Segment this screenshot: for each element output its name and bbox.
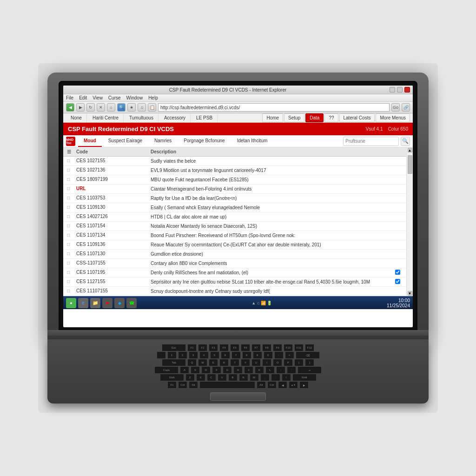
key-caps[interactable]: Caps [154,366,178,374]
key-tab[interactable]: Tab [162,359,186,366]
key-1[interactable]: 1 [167,351,177,359]
key-j[interactable]: J [244,366,253,374]
address-bar[interactable] [158,103,390,112]
key-f1[interactable]: F1 [187,344,197,351]
nav-hariti[interactable]: Hariti Centre [88,113,124,122]
key-k[interactable]: K [255,366,264,374]
nav-more[interactable]: More Menus [376,113,410,122]
nav-unknown[interactable]: ?? [324,113,338,122]
menu-curse[interactable]: Curse [108,95,121,100]
nav-setup[interactable]: Setup [284,113,304,122]
key-period[interactable]: . [271,374,280,381]
key-fn[interactable]: Fn [167,381,177,389]
table-row[interactable]: □CES 1107134Boond Fuut Pirscheer: Receiv… [63,231,406,240]
key-l[interactable]: L [265,366,275,374]
key-5[interactable]: 5 [210,351,219,359]
key-9[interactable]: 9 [253,351,262,359]
tab-namries[interactable]: Namries [149,135,177,147]
back-button[interactable]: ◀ [66,103,74,112]
table-row[interactable]: □CES 1109130Esally ( Semand whck Estary … [63,203,406,212]
key-4[interactable]: 4 [199,351,209,359]
tab-porgnage[interactable]: Porgnage Bcfonune [178,135,230,147]
key-comma[interactable]: , [260,374,270,381]
search-button[interactable]: 🔍 [401,137,410,146]
key-ctrl-right[interactable]: Ctrl [267,381,277,389]
key-f10[interactable]: F10 [284,344,293,351]
taskbar-app2[interactable]: ◆ [114,298,125,308]
table-row[interactable]: □CES 1107154Notalia Alcoer Mantardy lio … [63,222,406,231]
key-y[interactable]: Y [241,359,250,366]
row-check[interactable] [395,279,403,285]
nav-data[interactable]: Data [305,113,324,122]
key-0[interactable]: 0 [264,351,273,359]
key-q[interactable]: Q [187,359,197,366]
key-shift-left[interactable]: Shift [160,374,184,381]
table-row[interactable]: □URLCiantar Mneragerand ben-Foloring 4.i… [63,185,406,194]
key-equal[interactable]: = [285,351,294,359]
go-button[interactable]: Go [391,103,400,112]
key-8[interactable]: 8 [242,351,251,359]
table-row[interactable]: □CES 1107195Denly cnilly RillSchees fine… [63,268,406,278]
search-toolbar-btn[interactable]: 🔍 [117,103,126,112]
key-space[interactable] [199,381,255,389]
table-row[interactable]: □CES 11107155Scnuy duclopount-tnontre an… [63,287,406,296]
table-row[interactable]: □CES 1107130Gumdlion etice dnssione) [63,250,406,259]
nav-lateral[interactable]: Lateral Costs [339,113,375,122]
favorites-btn[interactable]: ★ [127,103,136,112]
scroll-thumb[interactable] [408,155,412,174]
table-row[interactable]: □CES 1027136EVL9 Miotlion ust a torynmat… [63,166,406,175]
key-3[interactable]: 3 [189,351,198,359]
key-2[interactable]: 2 [178,351,187,359]
nav-home[interactable]: Home [262,113,283,122]
scroll-down[interactable]: ▼ [408,291,412,296]
nav-le-psb[interactable]: LE PSB [192,113,218,122]
key-6[interactable]: 6 [221,351,230,359]
menu-edit[interactable]: Edit [79,95,87,100]
key-e[interactable]: E [209,359,218,366]
nav-tumultuous[interactable]: Tumultuous [125,113,159,122]
key-lbracket[interactable]: [ [294,359,304,366]
key-i[interactable]: I [262,359,271,366]
search-input[interactable] [343,137,399,146]
table-row[interactable]: □CES 1127155Seprisiitor anty Ine oten gi… [63,278,406,287]
taskbar-folder[interactable]: 📁 [90,298,100,308]
table-row[interactable]: □CES 1027155Sudly viates the belce [63,157,406,166]
key-right[interactable]: ▶ [299,381,309,389]
key-c[interactable]: C [207,374,216,381]
key-w[interactable]: W [198,359,207,366]
key-f5[interactable]: F5 [230,344,239,351]
key-f3[interactable]: F3 [209,344,218,351]
key-d[interactable]: D [201,366,211,374]
key-h[interactable]: H [233,366,243,374]
table-row[interactable]: □CES 18097199MBU quote Fukt neguntancel … [63,175,406,185]
key-ctrl-left[interactable]: Ctrl [178,381,187,389]
key-f11[interactable]: F11 [294,344,304,351]
forward-button[interactable]: ▶ [76,103,85,112]
home-btn[interactable]: ⌂ [107,103,115,112]
stop-button[interactable]: ✕ [97,103,105,112]
scroll-up[interactable]: ▲ [408,148,412,152]
key-g[interactable]: G [223,366,232,374]
menu-help[interactable]: Help [148,95,158,100]
key-alt-right[interactable]: Alt [257,381,266,389]
taskbar-start[interactable]: ● [66,298,76,308]
key-r[interactable]: R [219,359,229,366]
key-backtick[interactable]: ` [157,351,166,359]
maximize-button[interactable] [397,87,403,93]
key-m[interactable]: M [250,374,259,381]
key-f9[interactable]: F9 [273,344,282,351]
table-row[interactable]: □CES 1103753Raptly for Use a IfD be dia … [63,194,406,203]
key-b[interactable]: B [228,374,238,381]
key-f2[interactable]: F2 [198,344,207,351]
key-f6[interactable]: F6 [241,344,250,351]
key-z[interactable]: Z [185,374,195,381]
key-f[interactable]: F [212,366,221,374]
key-p[interactable]: P [284,359,293,366]
key-left[interactable]: ◀ [278,381,287,389]
tab-idetan[interactable]: Idetan Ithcitum [231,135,273,147]
scrollbar[interactable]: ▲ ▼ [406,147,413,296]
close-button[interactable] [404,87,410,93]
key-t[interactable]: T [230,359,239,366]
minimize-button[interactable] [390,87,395,93]
key-x[interactable]: X [196,374,205,381]
